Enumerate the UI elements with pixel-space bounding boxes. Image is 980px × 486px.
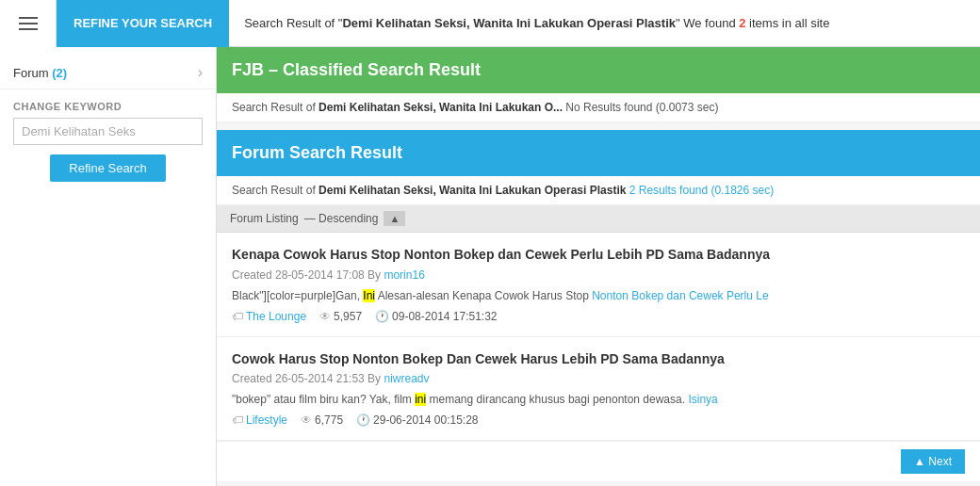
clock-icon: 🕐 — [356, 413, 370, 427]
sort-order-button[interactable]: ▲ — [384, 211, 405, 226]
forum-section-header: Forum Search Result — [217, 130, 980, 176]
fjb-section-header: FJB – Classified Search Result — [217, 47, 980, 93]
result-item: Kenapa Cowok Harus Stop Nonton Bokep dan… — [217, 233, 980, 337]
tag-item: 🏷 The Lounge — [232, 310, 306, 323]
result-snippet: Black"][color=purple]Gan, Ini Alesan-ale… — [232, 287, 965, 304]
views-item: 👁 6,775 — [301, 413, 343, 427]
change-keyword-label: CHANGE KEYWORD — [13, 101, 203, 112]
found-suffix: items in all site — [746, 16, 830, 30]
forum-sub-header: Search Result of Demi Kelihatan Seksi, W… — [217, 176, 980, 205]
tag-icon: 🏷 — [232, 413, 243, 427]
sidebar-forum-arrow[interactable]: › — [198, 64, 203, 81]
tag-item: 🏷 Lifestyle — [232, 413, 287, 427]
sidebar-forum-row: Forum (2) › — [0, 57, 216, 89]
highlight: ini — [415, 393, 426, 406]
sidebar-forum-count: (2) — [52, 66, 67, 80]
main-content: FJB – Classified Search Result Search Re… — [217, 47, 980, 486]
result-meta: Created 26-05-2014 21:53 By niwreadv — [232, 372, 965, 385]
search-result-suffix: " We found — [676, 16, 739, 30]
next-page-button[interactable]: ▲ Next — [901, 449, 965, 474]
forum-listing-order: — Descending — [304, 212, 379, 225]
sidebar-forum-label: Forum (2) — [13, 66, 67, 80]
forum-listing-label: Forum Listing — [230, 212, 299, 225]
found-count: 2 — [739, 16, 745, 30]
author-link[interactable]: niwreadv — [384, 372, 429, 385]
views-count: 5,957 — [334, 310, 362, 323]
fjb-sub-header: Search Result of Demi Kelihatan Seksi, W… — [217, 93, 980, 122]
result-date: 29-06-2014 00:15:28 — [373, 413, 478, 427]
hamburger-icon — [19, 17, 38, 30]
result-item: Cowok Harus Stop Nonton Bokep Dan Cewek … — [217, 337, 980, 442]
forum-keyword: Demi Kelihatan Seksi, Wanita Ini Lakukan… — [318, 184, 626, 197]
result-tags: 🏷 The Lounge 👁 5,957 🕐 09-08-2014 17:51:… — [232, 310, 965, 323]
result-snippet: "bokep" atau film biru kan? Yak, film in… — [232, 391, 965, 408]
clock-icon: 🕐 — [375, 310, 389, 323]
refine-search-button[interactable]: Refine Search — [50, 154, 165, 182]
tag-link[interactable]: The Lounge — [246, 310, 306, 323]
search-keyword: Demi Kelihatan Seksi, Wanita Ini Lakukan… — [342, 16, 676, 30]
sidebar: Forum (2) › CHANGE KEYWORD Refine Search — [0, 47, 217, 486]
result-title: Kenapa Cowok Harus Stop Nonton Bokep dan… — [232, 246, 965, 265]
views-item: 👁 5,957 — [319, 310, 362, 323]
views-count: 6,775 — [315, 413, 343, 427]
date-item: 🕐 29-06-2014 00:15:28 — [356, 413, 478, 427]
forum-listing-bar: Forum Listing — Descending ▲ — [217, 205, 980, 233]
tag-link[interactable]: Lifestyle — [246, 413, 287, 427]
eye-icon: 👁 — [301, 413, 312, 427]
result-meta: Created 28-05-2014 17:08 By morin16 — [232, 268, 965, 282]
hamburger-menu-button[interactable] — [0, 0, 57, 47]
highlight: Ini — [363, 289, 375, 302]
keyword-input[interactable] — [13, 118, 203, 145]
date-item: 🕐 09-08-2014 17:51:32 — [375, 310, 497, 323]
change-keyword-section: CHANGE KEYWORD Refine Search — [0, 89, 216, 187]
blue-text: Nonton Bokep dan Cewek Perlu Le — [592, 289, 768, 302]
forum-results-count: 2 Results found (0.1826 sec) — [629, 184, 774, 197]
refine-your-search-button[interactable]: REFINE YOUR SEARCH — [57, 0, 229, 47]
author-link[interactable]: morin16 — [384, 268, 424, 282]
search-result-prefix: Search Result of " — [244, 16, 342, 30]
tag-icon: 🏷 — [232, 310, 243, 323]
result-title: Cowok Harus Stop Nonton Bokep Dan Cewek … — [232, 350, 965, 369]
eye-icon: 👁 — [319, 310, 331, 323]
blue-text: Isinya — [688, 393, 717, 406]
fjb-keyword: Demi Kelihatan Seksi, Wanita Ini Lakukan… — [318, 101, 563, 114]
result-date: 09-08-2014 17:51:32 — [392, 310, 497, 323]
search-result-header: Search Result of "Demi Kelihatan Seksi, … — [229, 16, 980, 30]
result-tags: 🏷 Lifestyle 👁 6,775 🕐 29-06-2014 00:15:2… — [232, 413, 965, 427]
